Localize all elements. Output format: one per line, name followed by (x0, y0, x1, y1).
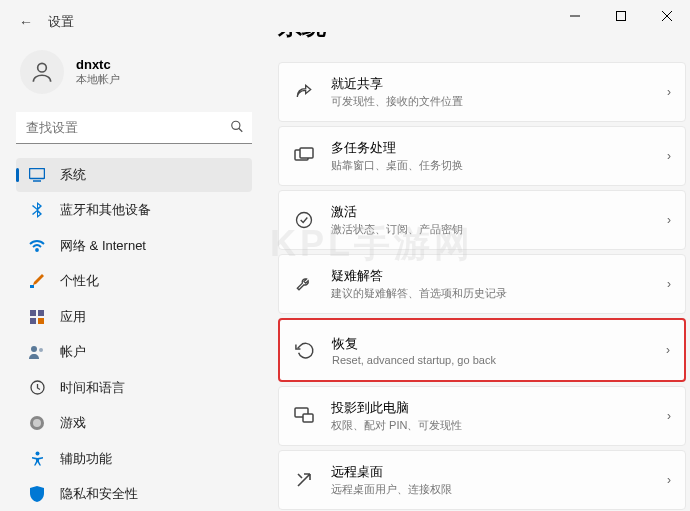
card-nearby-sharing[interactable]: 就近共享 可发现性、接收的文件位置 › (278, 62, 686, 122)
search-wrap (16, 112, 252, 144)
sidebar-item-apps[interactable]: 应用 (16, 300, 252, 334)
sidebar-item-bluetooth[interactable]: 蓝牙和其他设备 (16, 194, 252, 228)
card-multitasking[interactable]: 多任务处理 贴靠窗口、桌面、任务切换 › (278, 126, 686, 186)
main-content: 系统 就近共享 可发现性、接收的文件位置 › 多任务处理 贴靠窗口、桌面、任务 (260, 32, 690, 511)
card-subtitle: 远程桌面用户、连接权限 (331, 482, 667, 497)
card-title: 多任务处理 (331, 139, 667, 157)
sidebar-item-accessibility[interactable]: 辅助功能 (16, 442, 252, 476)
remote-icon (293, 469, 315, 491)
svg-point-20 (35, 452, 39, 456)
accessibility-icon (28, 450, 46, 468)
card-subtitle: 可发现性、接收的文件位置 (331, 94, 667, 109)
card-subtitle: 建议的疑难解答、首选项和历史记录 (331, 286, 667, 301)
chevron-right-icon: › (667, 85, 671, 99)
svg-point-15 (31, 346, 37, 352)
username: dnxtc (76, 57, 120, 72)
svg-rect-13 (30, 318, 36, 324)
page-label: 设置 (48, 13, 74, 31)
sidebar-item-label: 游戏 (60, 414, 86, 432)
maximize-button[interactable] (598, 0, 644, 32)
card-troubleshoot[interactable]: 疑难解答 建议的疑难解答、首选项和历史记录 › (278, 254, 686, 314)
svg-point-23 (297, 213, 312, 228)
sidebar-item-personalization[interactable]: 个性化 (16, 265, 252, 299)
chevron-right-icon: › (667, 213, 671, 227)
sidebar-item-label: 个性化 (60, 272, 99, 290)
back-button[interactable]: ← (16, 12, 36, 32)
chevron-right-icon: › (667, 409, 671, 423)
multitask-icon (293, 145, 315, 167)
account-type: 本地帐户 (76, 72, 120, 87)
card-title: 激活 (331, 203, 667, 221)
search-input[interactable] (16, 112, 252, 144)
shield-icon (28, 485, 46, 503)
wrench-icon (293, 273, 315, 295)
brush-icon (28, 272, 46, 290)
svg-point-4 (38, 63, 47, 72)
chevron-right-icon: › (667, 473, 671, 487)
minimize-button[interactable] (552, 0, 598, 32)
gaming-icon (28, 414, 46, 432)
sidebar-item-gaming[interactable]: 游戏 (16, 407, 252, 441)
card-activation[interactable]: 激活 激活状态、订阅、产品密钥 › (278, 190, 686, 250)
main-title: 系统 (278, 32, 686, 42)
svg-point-19 (33, 419, 41, 427)
card-recovery[interactable]: 恢复 Reset, advanced startup, go back › (278, 318, 686, 382)
sidebar-item-label: 时间和语言 (60, 379, 125, 397)
sidebar-item-privacy[interactable]: 隐私和安全性 (16, 478, 252, 512)
svg-rect-12 (38, 310, 44, 316)
sidebar-item-label: 蓝牙和其他设备 (60, 201, 151, 219)
svg-rect-11 (30, 310, 36, 316)
check-circle-icon (293, 209, 315, 231)
card-title: 就近共享 (331, 75, 667, 93)
svg-rect-22 (300, 148, 313, 158)
svg-rect-7 (30, 168, 45, 178)
sidebar-item-label: 系统 (60, 166, 86, 184)
apps-icon (28, 308, 46, 326)
bluetooth-icon (28, 201, 46, 219)
sidebar-item-label: 帐户 (60, 343, 86, 361)
svg-rect-1 (617, 12, 626, 21)
sidebar-item-label: 辅助功能 (60, 450, 112, 468)
share-icon (293, 81, 315, 103)
sidebar-item-label: 应用 (60, 308, 86, 326)
chevron-right-icon: › (667, 149, 671, 163)
chevron-right-icon: › (667, 277, 671, 291)
sidebar-item-label: 网络 & Internet (60, 237, 146, 255)
close-button[interactable] (644, 0, 690, 32)
sidebar: ← 设置 dnxtc 本地帐户 系统 (0, 32, 260, 511)
card-subtitle: 激活状态、订阅、产品密钥 (331, 222, 667, 237)
card-title: 远程桌面 (331, 463, 667, 481)
profile-block[interactable]: dnxtc 本地帐户 (16, 40, 252, 108)
projection-icon (293, 405, 315, 427)
clock-icon (28, 379, 46, 397)
svg-rect-14 (38, 318, 44, 324)
card-remote-desktop[interactable]: 远程桌面 远程桌面用户、连接权限 › (278, 450, 686, 510)
sidebar-item-accounts[interactable]: 帐户 (16, 336, 252, 370)
wifi-icon (28, 237, 46, 255)
card-title: 投影到此电脑 (331, 399, 667, 417)
chevron-right-icon: › (666, 343, 670, 357)
card-subtitle: 贴靠窗口、桌面、任务切换 (331, 158, 667, 173)
avatar (20, 50, 64, 94)
card-subtitle: 权限、配对 PIN、可发现性 (331, 418, 667, 433)
sidebar-item-system[interactable]: 系统 (16, 158, 252, 192)
svg-rect-10 (30, 285, 34, 288)
sidebar-item-network[interactable]: 网络 & Internet (16, 229, 252, 263)
accounts-icon (28, 343, 46, 361)
recovery-icon (294, 339, 316, 361)
svg-point-16 (39, 348, 43, 352)
svg-rect-25 (303, 414, 313, 422)
sidebar-item-time-language[interactable]: 时间和语言 (16, 371, 252, 405)
card-subtitle: Reset, advanced startup, go back (332, 354, 666, 366)
card-projection[interactable]: 投影到此电脑 权限、配对 PIN、可发现性 › (278, 386, 686, 446)
sidebar-item-label: 隐私和安全性 (60, 485, 138, 503)
nav: 系统 蓝牙和其他设备 网络 & Internet 个性化 (16, 158, 252, 511)
card-title: 恢复 (332, 335, 666, 353)
card-title: 疑难解答 (331, 267, 667, 285)
svg-point-9 (36, 249, 38, 251)
system-icon (28, 166, 46, 184)
